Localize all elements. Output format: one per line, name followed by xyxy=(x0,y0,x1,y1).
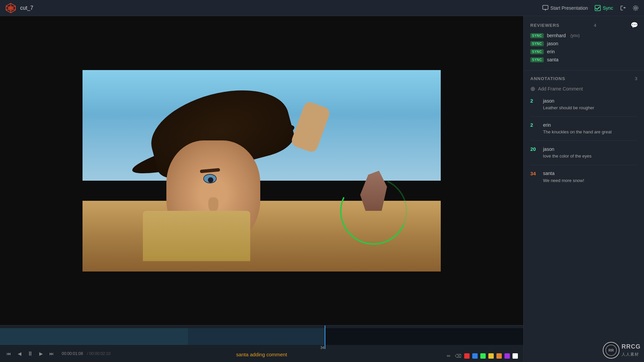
annotation-text-1: Leather should be rougher xyxy=(530,105,637,111)
controls-bar: ⏮ ◀ ⏸ ▶ ⏭ 00:00:01:08 / 00:00:02:10 sant… xyxy=(0,345,523,362)
skip-forward-button[interactable]: ⏭ xyxy=(48,351,55,356)
annotation-frame-2: 2 xyxy=(530,122,540,128)
step-back-button[interactable]: ◀ xyxy=(16,351,23,356)
annotation-header-3: 20 jason xyxy=(530,146,637,152)
annotation-header-1: 2 jason xyxy=(530,98,637,104)
reviewers-count: 4 xyxy=(594,23,596,28)
right-controls: ✏ ⌫ xyxy=(445,353,518,359)
add-comment-icon: ⊕ xyxy=(530,85,535,93)
annotation-author-3: jason xyxy=(543,146,554,152)
color-orange[interactable] xyxy=(496,353,502,359)
reviewers-header: REVIEWERS 4 💬 xyxy=(530,21,637,29)
project-title: cut_7 xyxy=(20,5,33,11)
annotation-text-2: The knuckles on the hand are great xyxy=(530,129,637,135)
video-frame xyxy=(83,70,441,272)
annotations-count: 3 xyxy=(635,76,637,81)
annotations-header: ANNOTATIONS 3 xyxy=(530,76,637,81)
start-presentation-button[interactable]: Start Presentation xyxy=(542,5,588,11)
watermark-logo: RR xyxy=(603,342,620,359)
svg-text:RR: RR xyxy=(608,348,614,352)
shirt xyxy=(143,211,250,261)
timeline-segment-2 xyxy=(188,328,325,345)
reviewer-santa: SYNC santa xyxy=(530,57,637,62)
color-red[interactable] xyxy=(464,353,470,359)
topbar: cut_7 Start Presentation Sync xyxy=(0,0,644,16)
annotation-frame-4: 34 xyxy=(530,171,540,176)
timeline[interactable]: 34 ⏮ ◀ ⏸ ▶ ⏭ 00:00:01:08 / 00:00:02:10 s… xyxy=(0,325,523,362)
app-logo[interactable] xyxy=(5,3,16,13)
sync-label: Sync xyxy=(603,5,613,11)
watermark-text: RRCG人人素材 xyxy=(622,343,641,357)
reviewer-bernhard: SYNC bernhard (you) xyxy=(530,33,637,38)
timeline-segment-1 xyxy=(0,328,188,345)
reviewer-jason: SYNC jason xyxy=(530,41,637,46)
timeline-track[interactable] xyxy=(0,328,523,345)
timeline-segment-3 xyxy=(325,328,523,345)
character xyxy=(116,87,351,261)
reviewer-you-label: (you) xyxy=(571,33,580,38)
skip-back-button[interactable]: ⏮ xyxy=(5,351,12,356)
annotate-button[interactable]: ✏ xyxy=(445,353,452,359)
reviewer-name-santa: santa xyxy=(547,57,558,62)
annotations-section: ANNOTATIONS 3 ⊕ Add Frame Comment 2 jaso… xyxy=(524,71,644,362)
status-text: santa adding comment xyxy=(236,352,287,357)
share-button[interactable] xyxy=(620,5,626,11)
add-comment-label: Add Frame Comment xyxy=(538,86,583,92)
annotation-header-2: 2 erin xyxy=(530,122,637,128)
reviewer-name-jason: jason xyxy=(547,41,558,46)
start-presentation-label: Start Presentation xyxy=(550,5,588,11)
color-purple[interactable] xyxy=(504,353,510,359)
chat-icon[interactable]: 💬 xyxy=(631,21,637,29)
annotation-text-4: We need more snow! xyxy=(530,178,637,184)
svg-point-9 xyxy=(635,7,637,9)
settings-button[interactable] xyxy=(633,5,639,11)
svg-point-10 xyxy=(633,6,638,10)
play-pause-button[interactable]: ⏸ xyxy=(27,350,34,357)
main-content: 34 ⏮ ◀ ⏸ ▶ ⏭ 00:00:01:08 / 00:00:02:10 s… xyxy=(0,16,644,362)
reviewer-name-erin: erin xyxy=(547,49,555,54)
sync-badge-erin: SYNC xyxy=(530,49,544,54)
color-white[interactable] xyxy=(513,353,518,359)
annotation-author-2: erin xyxy=(543,122,551,128)
annotation-author-4: santa xyxy=(543,171,554,176)
annotation-frame-1: 2 xyxy=(530,98,540,104)
color-yellow[interactable] xyxy=(488,353,494,359)
reviewers-section: REVIEWERS 4 💬 SYNC bernhard (you) SYNC j… xyxy=(524,16,644,71)
annotation-header-4: 34 santa xyxy=(530,171,637,176)
eyebrow xyxy=(200,168,220,173)
hand xyxy=(290,100,331,154)
annotation-item-2[interactable]: 2 erin The knuckles on the hand are grea… xyxy=(530,122,637,141)
sync-button[interactable]: Sync xyxy=(595,5,613,11)
annotation-text-3: love the color of the eyes xyxy=(530,153,637,159)
annotation-item-4[interactable]: 34 santa We need more snow! xyxy=(530,171,637,189)
color-green[interactable] xyxy=(480,353,486,359)
character-eye xyxy=(203,174,217,183)
annotations-title: ANNOTATIONS xyxy=(530,76,565,81)
add-frame-comment-row[interactable]: ⊕ Add Frame Comment xyxy=(530,85,637,93)
annotation-item-3[interactable]: 20 jason love the color of the eyes xyxy=(530,146,637,165)
annotation-item-1[interactable]: 2 jason Leather should be rougher xyxy=(530,98,637,117)
topbar-actions: Start Presentation Sync xyxy=(542,5,639,11)
reviewer-name-bernhard: bernhard xyxy=(547,33,566,38)
step-forward-button[interactable]: ▶ xyxy=(38,351,44,356)
nose xyxy=(208,197,218,213)
reviewers-title: REVIEWERS xyxy=(530,23,559,28)
annotation-author-1: jason xyxy=(543,98,554,104)
time-display: 00:00:01:08 xyxy=(62,351,83,356)
svg-rect-5 xyxy=(543,5,548,9)
sidebar: REVIEWERS 4 💬 SYNC bernhard (you) SYNC j… xyxy=(523,16,644,362)
sync-badge-santa: SYNC xyxy=(530,57,544,62)
sync-badge-jason: SYNC xyxy=(530,41,544,46)
duration-display: / 00:00:02:10 xyxy=(87,351,110,356)
video-container[interactable] xyxy=(0,16,523,325)
reviewer-erin: SYNC erin xyxy=(530,49,637,54)
watermark: RR RRCG人人素材 xyxy=(603,342,641,359)
annotation-frame-3: 20 xyxy=(530,146,540,152)
erase-button[interactable]: ⌫ xyxy=(455,353,462,359)
eye-pupil xyxy=(208,177,213,183)
color-blue[interactable] xyxy=(472,353,478,359)
video-area: 34 ⏮ ◀ ⏸ ▶ ⏭ 00:00:01:08 / 00:00:02:10 s… xyxy=(0,16,523,362)
sync-badge-bernhard: SYNC xyxy=(530,33,544,38)
